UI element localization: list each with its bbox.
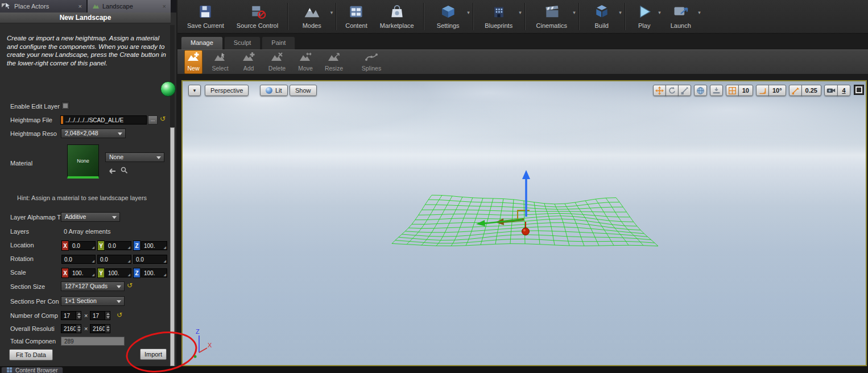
launch-label: Launch [671,22,691,29]
chevron-down-icon[interactable]: ▾ [519,10,522,15]
modes-button[interactable]: Modes ▾ [291,1,333,32]
tab-place-actors[interactable]: Place Actors × [0,0,86,13]
save-current-button[interactable]: Save Current [181,1,230,32]
browse-to-asset-icon[interactable] [121,165,127,176]
content-button[interactable]: Content [339,1,374,32]
cinematics-button[interactable]: Cinematics ▾ [528,1,576,32]
tool-resize[interactable]: Resize [323,50,345,74]
reset-to-default-icon[interactable]: ↺ [160,115,166,122]
scale-snap-toggle[interactable] [789,85,802,96]
import-button[interactable]: Import [140,349,167,360]
sections-per-component-dropdown[interactable]: 1×1 Section [61,296,125,306]
spinner-icon[interactable] [105,312,110,320]
heightmap-file-input[interactable]: ../../../../../SCAD_ALL/E [60,115,147,125]
tool-delete[interactable]: Delete [266,50,288,74]
maximize-viewport-icon[interactable] [854,85,864,95]
value-drag-icon[interactable] [90,242,95,250]
axis-z-chip: Z [133,268,140,278]
collapse-arrow-icon[interactable] [2,3,6,7]
reset-to-default-icon[interactable]: ↺ [117,312,122,318]
fit-to-data-button[interactable]: Fit To Data [9,349,53,360]
reset-to-default-icon[interactable]: ↺ [127,282,133,289]
tab-paint[interactable]: Paint [262,36,295,49]
tool-new[interactable]: New [184,50,202,74]
tool-move[interactable]: Move [295,50,316,74]
tab-manage[interactable]: Manage [181,36,223,49]
grid-snap-value[interactable]: 10 [738,85,753,96]
close-icon[interactable]: × [163,3,166,10]
launch-button[interactable]: Launch ▾ [661,1,701,32]
value-drag-icon[interactable] [126,242,131,250]
settings-button[interactable]: Settings ▾ [427,1,470,32]
spinner-icon[interactable] [76,312,81,320]
show-button[interactable]: Show [290,85,317,96]
viewport[interactable]: ▾ Perspective Lit Show 10 10° 0.25 [181,80,867,366]
tab-sculpt[interactable]: Sculpt [224,36,261,49]
build-button[interactable]: Build ▾ [582,1,622,32]
value-drag-icon[interactable] [90,269,95,277]
use-selected-asset-icon[interactable] [108,166,116,176]
scale-y-input[interactable]: 100. [105,268,131,277]
rotation-z-input[interactable]: 0.0 [133,255,167,264]
rotation-snap-toggle[interactable] [756,85,769,96]
translate-mode-button[interactable] [653,85,666,96]
browse-button[interactable]: ... [148,115,158,125]
source-control-button[interactable]: Source Control [230,1,284,32]
marketplace-button[interactable]: Marketplace [374,1,420,32]
value-drag-icon[interactable] [162,255,167,263]
location-z-input[interactable]: 100. [141,241,167,250]
scale-snap-value[interactable]: 0.25 [801,85,821,96]
scale-z-input[interactable]: 100. [141,268,167,277]
blueprints-button[interactable]: Blueprints ▾ [476,1,522,32]
rotation-x-input[interactable]: 0.0 [61,255,96,264]
layer-alphamap-dropdown[interactable]: Additive [61,212,120,222]
value-drag-icon[interactable] [126,255,131,263]
location-x-input[interactable]: 0.0 [69,241,96,250]
world-coordinate-button[interactable] [694,85,707,96]
scale-mode-button[interactable] [678,85,691,96]
chevron-down-icon[interactable]: ▾ [467,10,470,15]
tool-add[interactable]: Add [238,50,259,74]
scale-x-input[interactable]: 100. [69,268,96,277]
camera-speed-value[interactable]: 4 [837,85,850,96]
components-x-input[interactable]: 17 [61,311,81,320]
heightmap-resolution-dropdown[interactable]: 2,048×2,048 [61,129,126,138]
location-y-input[interactable]: 0.0 [105,241,131,250]
chevron-down-icon[interactable]: ▾ [698,10,701,15]
components-y-input[interactable]: 17 [90,311,110,320]
overall-resolution-x-input[interactable]: 2160 [61,324,81,333]
overall-resolution-y-input[interactable]: 2160 [90,324,110,333]
rotation-y-input[interactable]: 0.0 [97,255,131,264]
rotation-snap-value[interactable]: 10° [768,85,786,96]
content-icon [348,4,365,22]
layers-value: 0 Array elements [64,228,111,235]
lit-button[interactable]: Lit [260,85,288,96]
content-browser-icon [7,367,13,373]
tool-splines[interactable]: Splines [361,50,382,74]
close-icon[interactable]: × [78,3,82,10]
play-button[interactable]: Play ▾ [628,1,661,32]
enable-edit-layer-checkbox[interactable] [61,102,69,110]
value-drag-icon[interactable] [126,269,131,277]
tab-landscape[interactable]: Landscape × [88,0,171,13]
tool-select[interactable]: Select [209,50,231,74]
chevron-down-icon[interactable]: ▾ [330,10,333,15]
perspective-button[interactable]: Perspective [205,85,249,96]
content-browser-tab[interactable]: Content Browser [1,367,63,373]
surface-snap-button[interactable] [710,85,723,96]
value-drag-icon[interactable] [162,269,167,277]
rotate-mode-button[interactable] [666,85,679,96]
spinner-icon[interactable] [76,325,81,333]
material-dropdown[interactable]: None [105,152,164,162]
viewport-options-button[interactable]: ▾ [188,85,201,96]
section-size-dropdown[interactable]: 127×127 Quads [61,281,125,291]
spinner-icon[interactable] [105,325,110,333]
chevron-down-icon[interactable]: ▾ [619,10,622,15]
chevron-down-icon[interactable]: ▾ [573,10,576,15]
material-thumbnail[interactable]: None [67,144,99,179]
value-drag-icon[interactable] [162,242,167,250]
value-drag-icon[interactable] [90,255,95,263]
panel-scrollbar-thumb[interactable] [170,127,175,366]
grid-snap-toggle[interactable] [726,85,739,96]
camera-speed-button[interactable] [824,85,838,96]
